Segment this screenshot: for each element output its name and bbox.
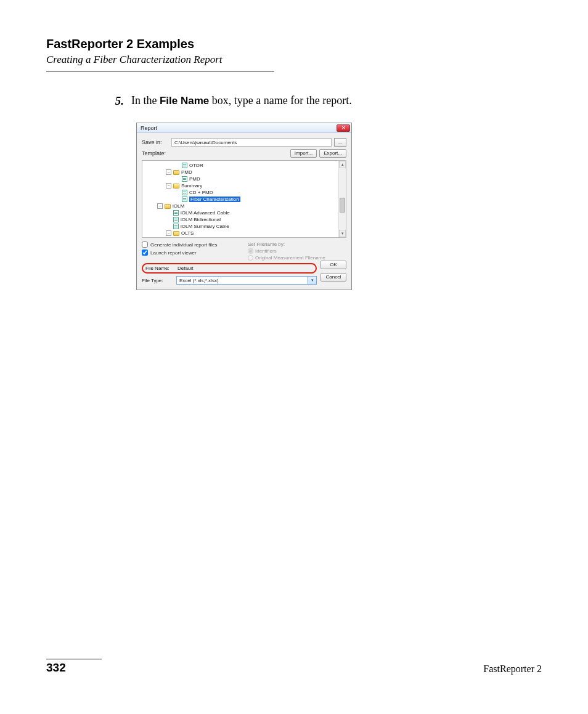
- collapse-icon[interactable]: −: [166, 183, 171, 189]
- dialog-titlebar[interactable]: Report ✕: [137, 123, 351, 133]
- tree-item[interactable]: OTDR: [189, 163, 203, 168]
- footer-rule: [46, 659, 102, 660]
- tree-item[interactable]: iOLM Bidirectional: [181, 217, 221, 222]
- radio-label: Identifiers: [255, 248, 277, 254]
- header-rule: [46, 71, 274, 72]
- export-button[interactable]: Export...: [319, 149, 346, 158]
- tree-item[interactable]: CD + PMD: [189, 190, 213, 195]
- tree-item[interactable]: iOLM Summary Cable: [181, 224, 229, 229]
- step-text: In the File Name box, type a name for th…: [131, 94, 352, 108]
- collapse-icon[interactable]: −: [166, 230, 171, 236]
- step-text-post: box, type a name for the report.: [209, 94, 351, 107]
- dialog-title: Report: [141, 125, 157, 131]
- tree-item[interactable]: Summary: [181, 183, 202, 189]
- folder-icon: [173, 184, 179, 189]
- file-icon: [182, 197, 187, 202]
- step-number: 5.: [113, 94, 131, 108]
- browse-button[interactable]: ...: [334, 138, 346, 147]
- step-text-bold: File Name: [160, 95, 209, 107]
- collapse-icon[interactable]: −: [166, 169, 171, 175]
- radio-input: [248, 255, 253, 261]
- instruction-step: 5. In the File Name box, type a name for…: [113, 94, 542, 108]
- folder-icon: [173, 231, 179, 236]
- tree-item[interactable]: iOLM: [173, 203, 184, 209]
- file-icon: [182, 176, 187, 182]
- collapse-icon[interactable]: −: [157, 203, 163, 209]
- import-button[interactable]: Import...: [290, 149, 317, 158]
- save-in-label: Save in:: [142, 139, 171, 145]
- tree-scrollbar[interactable]: ▴ ▾: [338, 161, 346, 237]
- launch-viewer-checkbox[interactable]: Launch report viewer: [142, 249, 240, 256]
- radio-input: [248, 248, 253, 254]
- checkbox-input[interactable]: [142, 241, 148, 248]
- checkbox-input[interactable]: [142, 249, 148, 256]
- template-tree[interactable]: OTDR −PMD PMD −Summary CD + PMD Fiber Ch…: [142, 160, 346, 238]
- tree-item[interactable]: PMD: [181, 169, 192, 175]
- tree-item[interactable]: OLTS: [181, 230, 194, 236]
- tree-item[interactable]: iOLM Advanced Cable: [181, 210, 230, 216]
- radio-label: Original Measurement Filename: [255, 255, 325, 261]
- page-footer: 332 FastReporter 2: [46, 661, 542, 675]
- tree-item-selected[interactable]: Fiber Characterization: [189, 197, 240, 202]
- group-legend: Set Filename by:: [248, 241, 346, 247]
- checkbox-label: Launch report viewer: [150, 250, 197, 256]
- original-filename-radio: Original Measurement Filename: [248, 255, 346, 261]
- folder-icon: [173, 170, 179, 175]
- save-in-input[interactable]: C:\Users\jsasaut\Documents: [171, 138, 332, 147]
- scroll-thumb[interactable]: [340, 198, 345, 213]
- product-name: FastReporter 2: [483, 663, 542, 675]
- chapter-title: FastReporter 2 Examples: [46, 37, 542, 51]
- file-name-row-highlight: File Name: Default: [142, 263, 317, 274]
- folder-icon: [165, 204, 171, 209]
- file-icon: [173, 224, 179, 229]
- page-number: 332: [46, 661, 66, 675]
- file-icon: [173, 217, 179, 222]
- scroll-down-button[interactable]: ▾: [339, 230, 346, 237]
- file-icon: [182, 163, 187, 168]
- file-icon: [182, 190, 187, 195]
- file-icon: [173, 210, 179, 216]
- combo-value: Excel (*.xls;*.xlsx): [179, 278, 219, 283]
- section-subtitle: Creating a Fiber Characterization Report: [46, 54, 542, 66]
- report-dialog: Report ✕ Save in: C:\Users\jsasaut\Docum…: [136, 123, 352, 290]
- checkbox-label: Generate individual report files: [150, 242, 218, 248]
- file-type-label: File Type:: [142, 278, 176, 283]
- file-type-combo[interactable]: Excel (*.xls;*.xlsx) ▾: [176, 276, 317, 285]
- ok-button[interactable]: OK: [321, 261, 346, 269]
- identifiers-radio: Identifiers: [248, 248, 346, 254]
- close-icon: ✕: [341, 126, 346, 131]
- close-button[interactable]: ✕: [337, 124, 350, 132]
- file-name-input[interactable]: Default: [178, 266, 313, 271]
- scroll-up-button[interactable]: ▴: [339, 161, 346, 168]
- tree-item[interactable]: PMD: [189, 176, 200, 182]
- file-name-label: File Name:: [145, 266, 178, 271]
- cancel-button[interactable]: Cancel: [321, 273, 346, 282]
- tree-item[interactable]: Insertion Loss: [189, 237, 220, 238]
- template-label: Template:: [142, 150, 171, 156]
- chevron-down-icon: ▾: [308, 277, 316, 284]
- file-icon: [182, 237, 187, 238]
- set-filename-group: Set Filename by: Identifiers Original Me…: [248, 241, 346, 261]
- generate-individual-checkbox[interactable]: Generate individual report files: [142, 241, 240, 248]
- step-text-pre: In the: [131, 94, 160, 107]
